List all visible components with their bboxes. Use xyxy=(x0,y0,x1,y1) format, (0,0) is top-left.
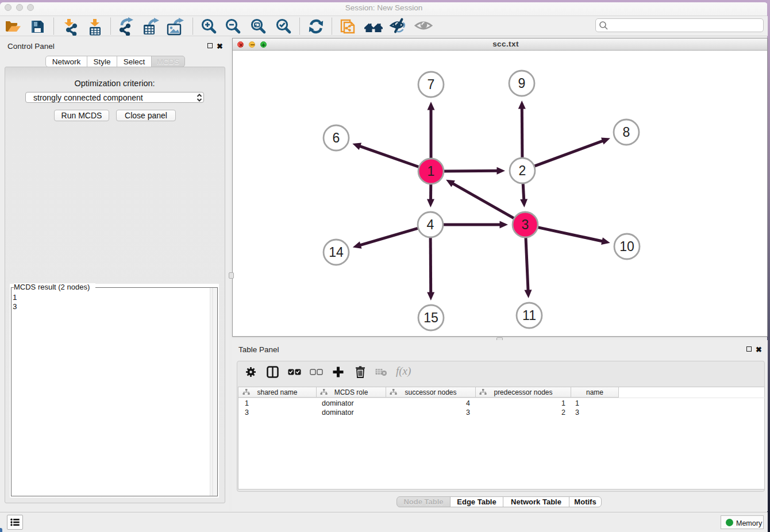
svg-text:7: 7 xyxy=(428,77,435,92)
svg-text:14: 14 xyxy=(329,245,344,260)
svg-text:11: 11 xyxy=(522,308,536,323)
svg-text:4: 4 xyxy=(427,217,434,232)
svg-text:15: 15 xyxy=(424,310,438,325)
svg-text:2: 2 xyxy=(519,163,526,178)
svg-text:10: 10 xyxy=(619,239,634,254)
svg-text:8: 8 xyxy=(623,125,630,140)
svg-text:1: 1 xyxy=(428,164,435,179)
svg-text:9: 9 xyxy=(518,76,526,91)
svg-text:3: 3 xyxy=(522,217,529,232)
svg-text:6: 6 xyxy=(333,130,340,145)
